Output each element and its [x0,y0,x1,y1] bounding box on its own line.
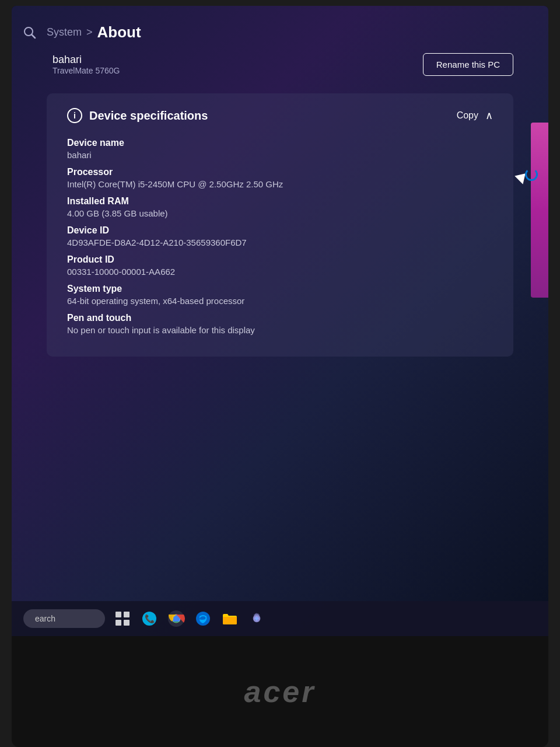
spec-row: Device ID4D93AFDE-D8A2-4D12-A210-3565936… [67,225,493,247]
taskbar-icon-phone[interactable]: 📞 [139,608,160,629]
spec-row: Installed RAM4.00 GB (3.85 GB usable) [67,196,493,218]
spec-label: Product ID [67,254,493,265]
svg-point-10 [173,616,179,622]
pc-name-section: bahari TravelMate 5760G Rename this PC [47,53,513,76]
spec-value: 00331-10000-00001-AA662 [67,267,493,277]
taskbar-icon-chrome[interactable] [166,608,187,629]
svg-rect-4 [116,620,121,626]
cursor-loading-circle [525,168,538,181]
breadcrumb-parent: System [47,26,82,39]
taskbar-icon-edge[interactable] [192,608,214,629]
pc-name-info: bahari TravelMate 5760G [52,54,120,75]
specs-actions: Copy ∧ [457,109,493,122]
spec-label: System type [67,284,493,294]
svg-point-11 [196,612,210,626]
spec-label: Pen and touch [67,313,493,323]
svg-rect-5 [124,620,130,626]
chevron-up-icon[interactable]: ∧ [485,109,493,122]
spec-row: Device namebahari [67,138,493,160]
spec-row: Pen and touchNo pen or touch input is av… [67,313,493,335]
acer-logo: acer [244,674,316,709]
pc-model: TravelMate 5760G [52,66,120,75]
search-icon[interactable] [23,26,36,42]
taskbar: earch 📞 [12,601,548,636]
copy-button[interactable]: Copy [457,110,478,121]
specs-title-row: i Device specifications [67,108,208,123]
spec-value: No pen or touch input is available for t… [67,325,493,335]
spec-row: Product ID00331-10000-00001-AA662 [67,254,493,277]
spec-value: 64-bit operating system, x64-based proce… [67,296,493,306]
spec-label: Installed RAM [67,196,493,207]
svg-rect-2 [116,612,121,617]
spec-value: Intel(R) Core(TM) i5-2450M CPU @ 2.50GHz… [67,179,493,189]
svg-line-1 [32,35,36,39]
spec-fields-container: Device namebahariProcessorIntel(R) Core(… [67,138,493,335]
svg-rect-3 [124,612,130,617]
taskbar-icon-task-view[interactable] [112,608,133,629]
screen-content: System > About bahari TravelMate 5760G R… [12,6,548,636]
taskbar-search[interactable]: earch [23,609,105,628]
device-specs-card: i Device specifications Copy ∧ Device na… [47,93,513,357]
spec-value: 4D93AFDE-D8A2-4D12-A210-35659360F6D7 [67,238,493,247]
breadcrumb: System > About [47,23,513,41]
pc-name: bahari [52,54,120,66]
screen-bezel: System > About bahari TravelMate 5760G R… [12,6,548,636]
breadcrumb-current: About [97,23,141,41]
breadcrumb-separator: > [86,26,93,39]
spec-row: ProcessorIntel(R) Core(TM) i5-2450M CPU … [67,167,493,189]
taskbar-icons: 📞 [112,608,267,629]
specs-title: Device specifications [89,109,208,123]
taskbar-icon-gear[interactable] [246,608,267,629]
spec-label: Processor [67,167,493,177]
spec-label: Device name [67,138,493,148]
svg-text:📞: 📞 [145,614,155,624]
settings-window: System > About bahari TravelMate 5760G R… [12,6,548,601]
taskbar-icon-folder[interactable] [219,608,240,629]
acer-bar: acer [12,636,548,747]
spec-value: 4.00 GB (3.85 GB usable) [67,208,493,218]
rename-pc-button[interactable]: Rename this PC [423,53,513,76]
spec-value: bahari [67,150,493,160]
spec-row: System type64-bit operating system, x64-… [67,284,493,306]
specs-header: i Device specifications Copy ∧ [67,108,493,123]
info-icon: i [67,108,82,123]
laptop-outer: System > About bahari TravelMate 5760G R… [0,0,560,747]
svg-point-14 [255,617,258,620]
spec-label: Device ID [67,225,493,236]
